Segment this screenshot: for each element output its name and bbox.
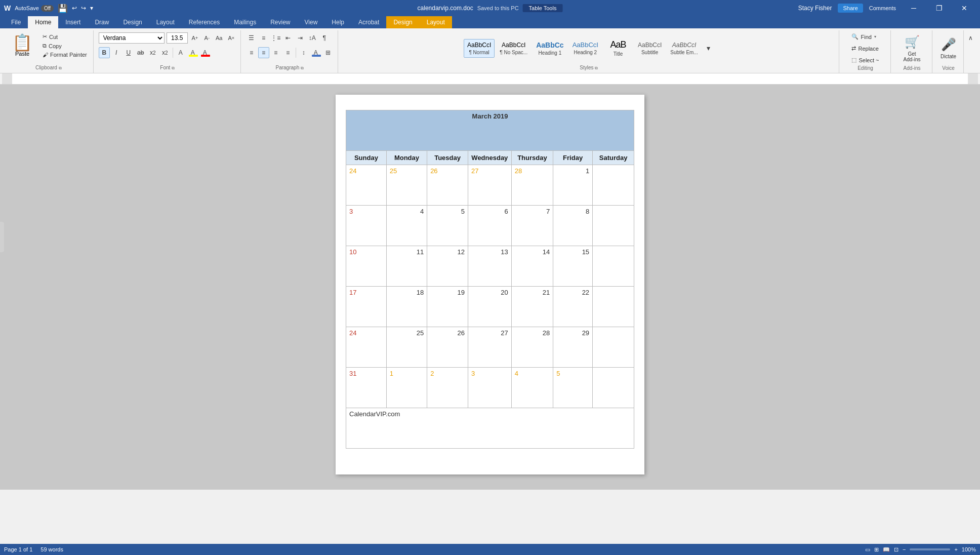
clear-formatting-button[interactable]: A× [226,33,236,43]
tab-file[interactable]: File [4,16,28,28]
day-sat-5[interactable] [593,327,634,368]
undo-icon[interactable]: ↩ [72,5,77,12]
day-sat-2[interactable] [593,206,634,246]
get-addins-button[interactable]: 🛒 GetAdd-ins [902,34,923,63]
underline-button[interactable]: U [123,47,134,58]
tab-acrobat[interactable]: Acrobat [351,16,386,28]
tab-design-table[interactable]: Design [386,16,419,28]
autosave-control[interactable]: AutoSave Off [15,5,54,12]
tab-references[interactable]: References [182,16,227,28]
day-4[interactable]: 4 [386,206,427,246]
web-layout-icon[interactable]: ⊞ [874,546,879,553]
zoom-out-button[interactable]: − [903,546,906,552]
tab-mailings[interactable]: Mailings [227,16,263,28]
justify-button[interactable]: ≡ [282,47,294,58]
day-1-apr[interactable]: 1 [386,368,427,408]
cut-button[interactable]: ✂ Cut [40,32,89,41]
day-24-feb[interactable]: 24 [346,165,387,206]
tab-draw[interactable]: Draw [88,16,116,28]
numbering-button[interactable]: ≡ [258,32,269,44]
day-sat-4[interactable] [593,287,634,327]
line-spacing-button[interactable]: ↕ [298,47,309,58]
day-3[interactable]: 3 [346,206,387,246]
zoom-slider[interactable] [910,548,950,550]
dictate-button[interactable]: 🎤 Dictate [938,36,958,60]
restore-button[interactable]: ❐ [927,0,951,16]
font-size-decrease-button[interactable]: A- [202,33,212,43]
style-heading1[interactable]: AaBbCc Heading 1 [533,38,567,58]
styles-more-button[interactable]: ▾ [703,43,714,54]
format-painter-button[interactable]: 🖌 Format Painter [40,51,89,59]
align-right-button[interactable]: ≡ [270,47,281,58]
style-subtle-em[interactable]: AaBbCcI Subtle Em... [667,39,701,58]
day-25-feb[interactable]: 25 [386,165,427,206]
day-17[interactable]: 17 [346,287,387,327]
print-layout-icon[interactable]: ▭ [865,546,870,553]
sort-button[interactable]: ↕A [307,32,318,44]
style-no-spacing[interactable]: AaBbCcI ¶ No Spac... [496,39,531,58]
day-21[interactable]: 21 [511,287,553,327]
left-panel-handle[interactable] [0,222,4,252]
share-button[interactable]: Share [838,4,863,13]
day-10[interactable]: 10 [346,246,387,287]
tab-view[interactable]: View [298,16,325,28]
day-7[interactable]: 7 [511,206,553,246]
save-icon[interactable]: 💾 [58,4,68,13]
day-19[interactable]: 19 [427,287,468,327]
day-4-apr[interactable]: 4 [511,368,553,408]
paste-button[interactable]: 📋 Paste [8,32,36,59]
day-2-apr[interactable]: 2 [427,368,468,408]
day-27-feb[interactable]: 27 [468,165,512,206]
style-subtitle[interactable]: AaBbCcI Subtitle [634,39,665,58]
day-sat-6[interactable] [593,368,634,408]
day-13[interactable]: 13 [468,246,512,287]
day-5[interactable]: 5 [427,206,468,246]
day-11[interactable]: 11 [386,246,427,287]
day-5-apr[interactable]: 5 [553,368,593,408]
zoom-in-button[interactable]: + [954,546,957,552]
select-button[interactable]: ⬚ Select ~ [849,56,881,64]
subscript-button[interactable]: x2 [147,47,158,58]
strikethrough-button[interactable]: ab [135,47,146,58]
tab-review[interactable]: Review [263,16,297,28]
day-24[interactable]: 24 [346,327,387,368]
find-button[interactable]: 🔍 Find ▾ [849,32,878,41]
bullets-button[interactable]: ☰ [246,32,257,44]
tab-design[interactable]: Design [116,16,149,28]
quick-access-more[interactable]: ▾ [90,5,93,12]
collapse-ribbon-button[interactable]: ∧ [965,32,976,44]
day-27[interactable]: 27 [468,327,512,368]
multilevel-list-button[interactable]: ⋮≡ [270,32,281,44]
style-normal[interactable]: AaBbCcI ¶ Normal [464,39,495,58]
day-12[interactable]: 12 [427,246,468,287]
tab-layout-table[interactable]: Layout [420,16,452,28]
day-3-apr[interactable]: 3 [468,368,512,408]
font-name-select[interactable]: Verdana [99,32,165,44]
align-center-button[interactable]: ≡ [258,47,269,58]
focus-mode-icon[interactable]: ⊡ [894,546,899,553]
day-1[interactable]: 1 [553,165,593,206]
day-8[interactable]: 8 [553,206,593,246]
tab-help[interactable]: Help [324,16,351,28]
font-size-increase-button[interactable]: A+ [190,33,200,43]
day-18[interactable]: 18 [386,287,427,327]
user-name[interactable]: Stacy Fisher [798,5,832,12]
text-effects-button[interactable]: A [175,47,186,58]
superscript-button[interactable]: x2 [159,47,171,58]
day-14[interactable]: 14 [511,246,553,287]
align-left-button[interactable]: ≡ [246,47,257,58]
day-28-feb[interactable]: 28 [511,165,553,206]
comments-button[interactable]: Comments [869,5,896,11]
minimize-button[interactable]: ─ [902,0,925,16]
tab-insert[interactable]: Insert [58,16,88,28]
style-heading2[interactable]: AaBbCcI Heading 2 [569,38,602,58]
autosave-toggle[interactable]: Off [41,5,54,12]
text-highlight-button[interactable]: A [187,47,198,58]
day-20[interactable]: 20 [468,287,512,327]
day-29[interactable]: 29 [553,327,593,368]
day-26[interactable]: 26 [427,327,468,368]
zoom-level[interactable]: 100% [962,546,976,552]
copy-button[interactable]: ⧉ Copy [40,42,89,50]
change-case-button[interactable]: Aa [214,33,224,43]
bold-button[interactable]: B [99,47,110,58]
